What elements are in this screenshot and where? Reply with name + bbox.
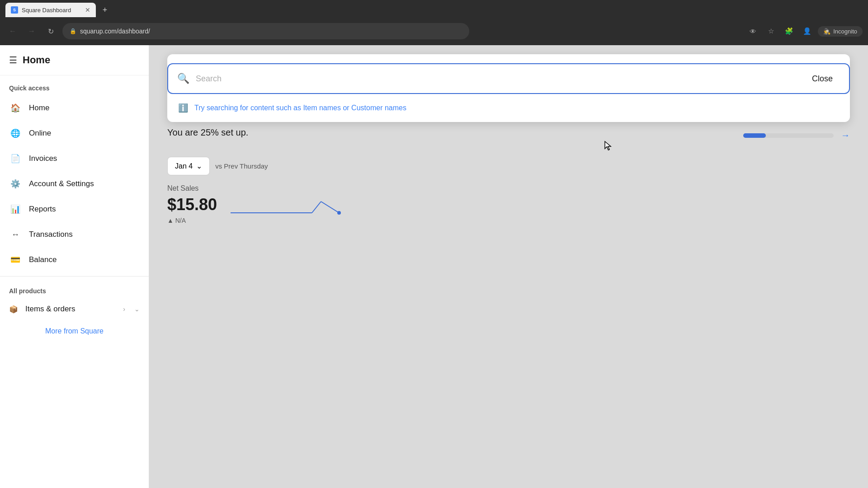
sidebar-item-account-settings[interactable]: ⚙️ Account & Settings: [0, 171, 149, 197]
sidebar-item-items-orders[interactable]: 📦 Items & orders › ⌄: [0, 298, 149, 320]
balance-icon: 💳: [9, 253, 22, 266]
setup-progress-bar: [743, 133, 834, 138]
search-hint-box: ℹ️ Try searching for content such as Ite…: [167, 94, 850, 122]
search-input[interactable]: [196, 74, 805, 84]
sidebar-item-balance[interactable]: 💳 Balance: [0, 247, 149, 272]
net-sales-section: Net Sales $15.80 ▲ N/A: [167, 184, 850, 224]
net-sales-value: $15.80: [167, 195, 217, 214]
sidebar-item-reports-label: Reports: [29, 205, 56, 214]
tab-close-button[interactable]: ✕: [85, 6, 90, 14]
transactions-icon: ↔️: [9, 228, 22, 241]
incognito-label: Incognito: [833, 28, 857, 35]
browser-toolbar: ← → ↻ 🔒 squarup.com/dashboard/ 👁 ☆ 🧩 👤 🕵…: [0, 17, 868, 45]
search-hint-text: Try searching for content such as Item n…: [194, 104, 406, 112]
address-text: squarup.com/dashboard/: [80, 28, 150, 35]
net-sales-label: Net Sales: [167, 184, 850, 192]
date-label: Jan 4: [175, 162, 193, 170]
setup-arrow-icon[interactable]: →: [841, 130, 850, 141]
all-products-label: All products: [0, 280, 149, 298]
search-hint: ℹ️ Try searching for content such as Ite…: [178, 103, 839, 113]
net-sales-change: ▲ N/A: [167, 217, 217, 224]
sidebar-item-online-label: Online: [29, 129, 51, 138]
back-button[interactable]: ←: [5, 24, 20, 38]
tab-favicon: S: [11, 6, 18, 14]
svg-point-3: [337, 211, 341, 215]
chevron-right-icon: ›: [123, 305, 125, 313]
bookmark-icon[interactable]: ☆: [764, 24, 778, 38]
sidebar-item-home[interactable]: 🏠 Home: [0, 95, 149, 121]
net-sales-chart: [231, 197, 366, 224]
sidebar-item-invoices-label: Invoices: [29, 154, 57, 163]
address-bar[interactable]: 🔒 squarup.com/dashboard/: [62, 23, 469, 39]
date-chevron-icon: ⌄: [196, 162, 202, 170]
browser-chrome: S Square Dashboard ✕ + ← → ↻ 🔒 squarup.c…: [0, 0, 868, 45]
new-tab-button[interactable]: +: [98, 3, 112, 17]
quick-access-label: Quick access: [0, 75, 149, 95]
incognito-hat-icon: 🕵: [823, 28, 830, 35]
app-layout: ☰ Home Quick access 🏠 Home 🌐 Online 📄 In…: [0, 45, 868, 488]
browser-tabs: S Square Dashboard ✕ +: [0, 0, 868, 17]
date-selector: Jan 4 ⌄ vs Prev Thursday: [167, 157, 850, 175]
sidebar-item-invoices[interactable]: 📄 Invoices: [0, 146, 149, 171]
sidebar-item-account-settings-label: Account & Settings: [29, 179, 94, 188]
setup-progress-fill: [743, 133, 766, 138]
sidebar-header: ☰ Home: [0, 45, 149, 75]
home-icon: 🏠: [9, 102, 22, 114]
vs-label: vs Prev Thursday: [215, 162, 268, 170]
svg-line-1: [312, 202, 321, 213]
invoice-icon: 📄: [9, 152, 22, 165]
sidebar-divider: [0, 276, 149, 277]
tab-title: Square Dashboard: [22, 7, 71, 14]
info-icon: ℹ️: [178, 103, 188, 113]
sidebar-item-transactions[interactable]: ↔️ Transactions: [0, 222, 149, 247]
main-content: Welcome back. Go to Balance Take a payme…: [149, 45, 868, 488]
profile-icon[interactable]: 👤: [800, 24, 814, 38]
search-wrapper: 🔍 Close ℹ️ Try searching for content suc…: [167, 54, 850, 122]
sidebar-title: Home: [23, 54, 50, 66]
search-overlay: 🔍 Close ℹ️ Try searching for content suc…: [149, 45, 868, 131]
sidebar: ☰ Home Quick access 🏠 Home 🌐 Online 📄 In…: [0, 45, 149, 488]
reports-icon: 📊: [9, 203, 22, 216]
search-close-button[interactable]: Close: [805, 70, 840, 87]
incognito-button[interactable]: 🕵 Incognito: [818, 26, 863, 37]
eye-off-icon[interactable]: 👁: [745, 24, 760, 38]
settings-icon: ⚙️: [9, 178, 22, 190]
globe-icon: 🌐: [9, 127, 22, 140]
date-picker-button[interactable]: Jan 4 ⌄: [167, 157, 210, 175]
active-tab[interactable]: S Square Dashboard ✕: [5, 3, 96, 17]
svg-line-2: [321, 202, 339, 213]
sidebar-item-reports[interactable]: 📊 Reports: [0, 197, 149, 222]
search-icon: 🔍: [177, 73, 189, 84]
sidebar-item-balance-label: Balance: [29, 255, 57, 264]
lock-icon: 🔒: [70, 28, 76, 34]
forward-button[interactable]: →: [24, 24, 39, 38]
reload-button[interactable]: ↻: [43, 24, 58, 38]
hamburger-icon[interactable]: ☰: [9, 55, 17, 66]
extensions-icon[interactable]: 🧩: [782, 24, 796, 38]
sidebar-item-online[interactable]: 🌐 Online: [0, 121, 149, 146]
more-from-square-button[interactable]: More from Square: [0, 320, 149, 343]
sidebar-item-transactions-label: Transactions: [29, 230, 73, 239]
sidebar-item-items-orders-label: Items & orders: [25, 305, 116, 314]
browser-actions: 👁 ☆ 🧩 👤 🕵 Incognito: [745, 24, 863, 38]
chevron-down-icon: ⌄: [134, 305, 140, 313]
search-box-container: 🔍 Close: [167, 63, 850, 94]
sidebar-item-home-label: Home: [29, 103, 49, 113]
items-orders-icon: 📦: [9, 305, 18, 314]
